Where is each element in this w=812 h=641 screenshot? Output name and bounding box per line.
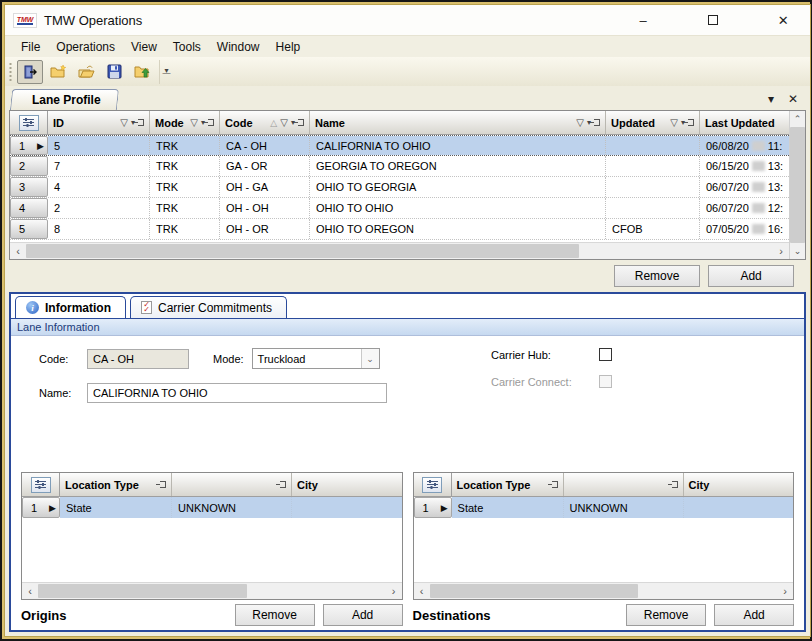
menu-operations[interactable]: Operations — [48, 38, 123, 56]
tab-close-icon[interactable]: ✕ — [788, 92, 798, 106]
column-chooser-icon[interactable] — [31, 477, 51, 493]
row-header[interactable]: 3▶ — [10, 177, 48, 197]
destinations-remove-button[interactable]: Remove — [626, 604, 706, 626]
code-field[interactable] — [87, 349, 189, 369]
cell-code[interactable]: OH - OH — [220, 198, 310, 218]
scrollbar-thumb[interactable] — [38, 584, 247, 598]
cell-mode[interactable]: TRK — [150, 198, 220, 218]
column-header-mode[interactable]: Mode ▽▾ — [150, 111, 220, 134]
row-header[interactable]: 5▶ — [10, 219, 48, 239]
row-header[interactable]: 1▶ — [10, 136, 48, 155]
pin-column-icon[interactable] — [280, 481, 286, 488]
filter-funnel-icon[interactable]: ▽ — [190, 117, 198, 128]
grid-corner-cell[interactable] — [22, 473, 60, 496]
export-button[interactable] — [129, 60, 155, 84]
column-header-city[interactable]: City — [292, 473, 402, 496]
row-header[interactable]: 2▶ — [10, 156, 48, 176]
scroll-right-icon[interactable]: › — [386, 583, 402, 599]
scroll-left-icon[interactable]: ‹ — [10, 243, 26, 259]
pin-column-icon[interactable] — [594, 119, 600, 126]
cell-location-value[interactable]: UNKNOWN — [564, 497, 684, 518]
origins-horizontal-scrollbar[interactable]: ‹ › — [22, 582, 402, 599]
column-header-updated[interactable]: Updated ▽▾ — [606, 111, 700, 134]
cell-code[interactable]: GA - OR — [220, 156, 310, 176]
grid-vertical-scrollbar[interactable]: ⌃ ⌄ — [789, 111, 805, 259]
scroll-right-icon[interactable]: › — [773, 243, 789, 259]
cell-code[interactable]: CA - OH — [220, 136, 310, 155]
table-row[interactable]: 1▶ 5 TRK CA - OH CALIFORNIA TO OHIO 06/0… — [10, 135, 789, 156]
open-button[interactable] — [73, 60, 99, 84]
pin-column-icon[interactable] — [672, 481, 678, 488]
menu-help[interactable]: Help — [268, 38, 309, 56]
row-header[interactable]: 4▶ — [10, 198, 48, 218]
grid-horizontal-scrollbar[interactable]: ‹ › — [10, 242, 789, 259]
cell-last-updated[interactable]: 06/07/2012: — [700, 198, 789, 218]
column-header-location-type[interactable]: Location Type — [452, 473, 564, 496]
exit-button[interactable] — [17, 60, 43, 84]
pin-column-icon[interactable] — [160, 481, 166, 488]
filter-funnel-icon[interactable]: ▽ — [670, 117, 678, 128]
mode-select[interactable]: Truckload ⌄ — [252, 348, 380, 369]
cell-id[interactable]: 8 — [48, 219, 150, 239]
table-row[interactable]: 1▶ State UNKNOWN — [414, 497, 794, 518]
scroll-left-icon[interactable]: ‹ — [414, 583, 430, 599]
pin-column-icon[interactable] — [298, 119, 304, 126]
scrollbar-track[interactable] — [26, 243, 773, 259]
cell-name[interactable]: GEORGIA TO OREGON — [310, 156, 606, 176]
origins-remove-button[interactable]: Remove — [235, 604, 315, 626]
name-field[interactable] — [87, 383, 387, 403]
cell-id[interactable]: 7 — [48, 156, 150, 176]
column-header-id[interactable]: ID ▽▾ — [48, 111, 150, 134]
table-row[interactable]: 1▶ State UNKNOWN — [22, 497, 402, 518]
cell-last-updated[interactable]: 06/08/2011: — [700, 136, 789, 155]
cell-id[interactable]: 4 — [48, 177, 150, 197]
scroll-down-icon[interactable]: ⌄ — [790, 243, 806, 259]
cell-city[interactable] — [292, 497, 402, 518]
cell-city[interactable] — [684, 497, 794, 518]
scrollbar-thumb[interactable] — [26, 244, 579, 258]
carrier-hub-checkbox[interactable] — [599, 348, 612, 361]
column-header-code[interactable]: Code △▽▾ — [220, 111, 310, 134]
close-button[interactable]: ✕ — [774, 11, 792, 29]
minimize-button[interactable]: – — [634, 11, 652, 29]
cell-mode[interactable]: TRK — [150, 177, 220, 197]
cell-updated[interactable]: CFOB — [606, 219, 700, 239]
cell-mode[interactable]: TRK — [150, 156, 220, 176]
menu-tools[interactable]: Tools — [165, 38, 209, 56]
toolbar-grip[interactable] — [8, 62, 13, 82]
cell-name[interactable]: OHIO TO GEORGIA — [310, 177, 606, 197]
menu-window[interactable]: Window — [209, 38, 268, 56]
cell-id[interactable]: 5 — [48, 136, 150, 155]
tab-list-dropdown-icon[interactable]: ▾ — [768, 92, 774, 106]
column-header-name[interactable]: Name ▽▾ — [310, 111, 606, 134]
maximize-button[interactable] — [704, 11, 722, 29]
scrollbar-track[interactable] — [38, 583, 386, 599]
table-row[interactable]: 4▶ 2 TRK OH - OH OHIO TO OHIO 06/07/2012… — [10, 198, 789, 219]
scroll-up-icon[interactable]: ⌃ — [790, 111, 806, 127]
cell-updated[interactable] — [606, 177, 700, 197]
cell-name[interactable]: CALIFORNIA TO OHIO — [310, 136, 606, 155]
cell-location-value[interactable]: UNKNOWN — [172, 497, 292, 518]
menu-file[interactable]: File — [13, 38, 48, 56]
pin-column-icon[interactable] — [208, 119, 214, 126]
grid-corner-cell[interactable] — [414, 473, 452, 496]
cell-name[interactable]: OHIO TO OHIO — [310, 198, 606, 218]
cell-updated[interactable] — [606, 136, 700, 155]
cell-mode[interactable]: TRK — [150, 219, 220, 239]
cell-last-updated[interactable]: 06/07/2013: — [700, 177, 789, 197]
column-header-last-updated[interactable]: Last Updated — [700, 111, 789, 134]
cell-id[interactable]: 2 — [48, 198, 150, 218]
column-header-location-value[interactable] — [172, 473, 292, 496]
scroll-right-icon[interactable]: › — [777, 583, 793, 599]
scrollbar-thumb[interactable] — [430, 584, 639, 598]
column-header-city[interactable]: City — [684, 473, 794, 496]
row-header[interactable]: 1▶ — [22, 497, 60, 518]
chevron-down-icon[interactable]: ⌄ — [361, 349, 379, 368]
table-row[interactable]: 5▶ 8 TRK OH - OR OHIO TO OREGON CFOB 07/… — [10, 219, 789, 240]
cell-code[interactable]: OH - GA — [220, 177, 310, 197]
table-row[interactable]: 2▶ 7 TRK GA - OR GEORGIA TO OREGON 06/15… — [10, 156, 789, 177]
remove-button[interactable]: Remove — [614, 265, 700, 287]
cell-updated[interactable] — [606, 198, 700, 218]
grid-corner-cell[interactable] — [10, 111, 48, 134]
table-row[interactable]: 3▶ 4 TRK OH - GA OHIO TO GEORGIA 06/07/2… — [10, 177, 789, 198]
